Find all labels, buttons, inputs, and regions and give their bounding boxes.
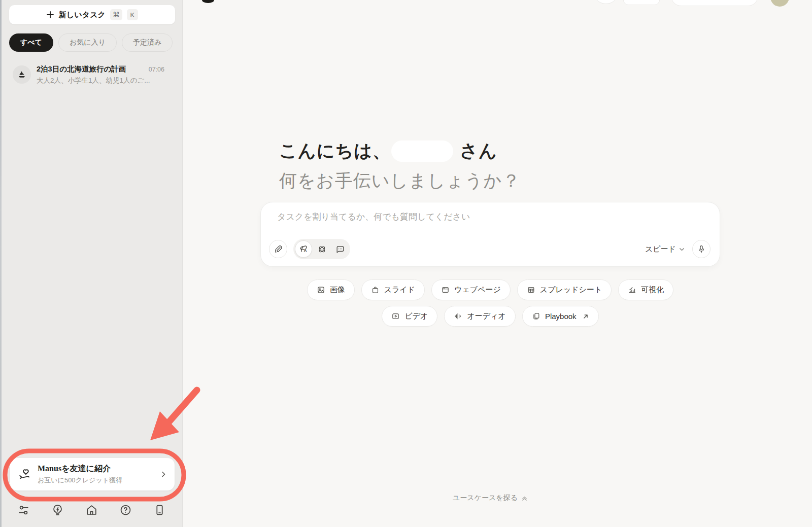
greeting-prefix: こんにちは、	[279, 139, 391, 163]
task-title: 2泊3日の北海道旅行の計画	[37, 64, 126, 74]
new-task-label: 新しいタスク	[59, 10, 106, 20]
svg-text:A: A	[303, 248, 307, 253]
explore-label: ユースケースを探る	[453, 494, 518, 503]
chip-label: ウェブページ	[454, 285, 501, 295]
chevrons-up-icon	[521, 495, 528, 502]
topbar-button-partial[interactable]	[593, 0, 619, 4]
task-filters: すべて お気に入り 予定済み	[9, 33, 173, 52]
browser-window-icon	[441, 286, 450, 294]
topbar-small-button-partial[interactable]	[623, 0, 660, 5]
greeting-line1: こんにちは、 さん	[279, 139, 520, 163]
filter-favorites[interactable]: お気に入り	[58, 33, 117, 52]
task-subtitle: 大人2人、小学生1人、幼児1人のご...	[37, 76, 164, 85]
manus-app-window: 新しいタスク ⌘ K すべて お気に入り 予定済み 2泊3日の北海道旅行の計画 …	[0, 0, 812, 527]
referral-card[interactable]: Manusを友達に紹介 お互いに500クレジット獲得	[10, 458, 175, 490]
bar-chart-icon	[628, 286, 636, 294]
adaptive-mode-button[interactable]	[313, 240, 330, 258]
phone-icon	[153, 504, 166, 516]
capability-chips: 画像 スライド ウェブページ	[260, 279, 720, 327]
voice-input-button[interactable]	[692, 240, 710, 258]
attach-button[interactable]	[269, 240, 287, 258]
sailboat-icon	[17, 70, 26, 79]
chip-label: スライド	[384, 285, 415, 295]
greeting: こんにちは、 さん 何をお手伝いしましょうか？	[279, 139, 520, 193]
topbar-large-button-partial[interactable]	[671, 0, 758, 6]
microphone-icon	[697, 244, 706, 254]
chip-video[interactable]: ビデオ	[382, 306, 437, 327]
speed-mode-dropdown[interactable]: スピード	[645, 244, 685, 254]
referral-subtitle: お互いに500クレジット獲得	[38, 476, 122, 485]
chip-playbook[interactable]: Playbook	[522, 306, 599, 327]
referral-text: Manusを友達に紹介 お互いに500クレジット獲得	[38, 464, 122, 485]
manus-logo-partial	[202, 0, 214, 3]
orbit-icon	[317, 244, 327, 254]
chip-visualization[interactable]: 可視化	[618, 279, 673, 300]
chip-webpage[interactable]: ウェブページ	[431, 279, 511, 300]
composer-right-controls: スピード	[645, 240, 710, 258]
main-area: こんにちは、 さん 何をお手伝いしましょうか？	[183, 0, 812, 527]
settings-button[interactable]	[16, 503, 30, 517]
help-button[interactable]	[118, 503, 132, 517]
agent-mode-icon: A	[299, 244, 309, 254]
referral-title: Manusを友達に紹介	[38, 464, 122, 474]
shortcut-cmd-key: ⌘	[110, 9, 122, 20]
greeting-question: 何をお手伝いしましょうか？	[279, 169, 520, 193]
chip-slides[interactable]: スライド	[361, 279, 425, 300]
task-time: 07:06	[149, 66, 164, 73]
composer: A	[260, 202, 720, 267]
spreadsheet-icon	[527, 286, 535, 294]
home-icon	[85, 504, 98, 516]
filter-all[interactable]: すべて	[9, 33, 53, 52]
video-icon	[391, 312, 400, 321]
lightbulb-bolt-icon	[51, 504, 64, 516]
plus-icon	[46, 11, 54, 19]
chip-label: スプレッドシート	[540, 285, 602, 295]
chip-audio[interactable]: オーディオ	[444, 306, 515, 327]
home-button[interactable]	[84, 503, 98, 517]
hand-heart-icon	[18, 468, 31, 481]
composer-input[interactable]	[277, 211, 703, 234]
shortcut-k-key: K	[127, 9, 138, 20]
mobile-app-button[interactable]	[152, 503, 166, 517]
greeting-suffix: さん	[460, 139, 497, 163]
chip-label: 画像	[330, 285, 345, 295]
user-avatar[interactable]	[770, 0, 789, 7]
filter-scheduled[interactable]: 予定済み	[122, 33, 173, 52]
chip-spreadsheet[interactable]: スプレッドシート	[517, 279, 612, 300]
playbook-icon	[532, 312, 540, 321]
chips-row-1: 画像 スライド ウェブページ	[307, 279, 674, 300]
chip-label: ビデオ	[404, 311, 428, 321]
chat-mode-button[interactable]	[331, 240, 349, 258]
composer-left-controls: A	[269, 239, 350, 259]
redacted-username	[391, 140, 453, 162]
chip-label: 可視化	[641, 285, 664, 295]
slides-icon	[371, 286, 380, 294]
window-edge	[0, 0, 2, 527]
image-icon	[317, 286, 325, 294]
help-circle-icon	[119, 504, 132, 516]
arrow-up-right-icon	[582, 313, 589, 320]
task-body: 2泊3日の北海道旅行の計画 07:06 大人2人、小学生1人、幼児1人のご...	[37, 64, 164, 85]
waveform-icon	[454, 312, 462, 321]
chevron-down-icon	[679, 246, 685, 253]
task-avatar	[13, 65, 31, 84]
chips-row-2: ビデオ オーディオ Playbook	[382, 306, 598, 327]
chevron-right-icon	[159, 470, 167, 478]
rewards-button[interactable]	[50, 503, 64, 517]
paperclip-icon	[274, 244, 283, 254]
explore-use-cases[interactable]: ユースケースを探る	[260, 494, 720, 503]
chip-label: オーディオ	[467, 311, 505, 321]
chip-image[interactable]: 画像	[307, 279, 355, 300]
chat-bubble-icon	[335, 244, 345, 254]
agent-mode-button[interactable]: A	[295, 240, 312, 258]
sidebar-footer-nav	[0, 503, 183, 517]
sliders-icon	[17, 504, 30, 516]
chip-label: Playbook	[545, 312, 577, 321]
task-list-item[interactable]: 2泊3日の北海道旅行の計画 07:06 大人2人、小学生1人、幼児1人のご...	[5, 60, 178, 89]
mode-switcher: A	[293, 239, 350, 259]
new-task-button[interactable]: 新しいタスク ⌘ K	[9, 5, 175, 24]
speed-mode-label: スピード	[645, 244, 676, 254]
sidebar: 新しいタスク ⌘ K すべて お気に入り 予定済み 2泊3日の北海道旅行の計画 …	[0, 0, 183, 527]
